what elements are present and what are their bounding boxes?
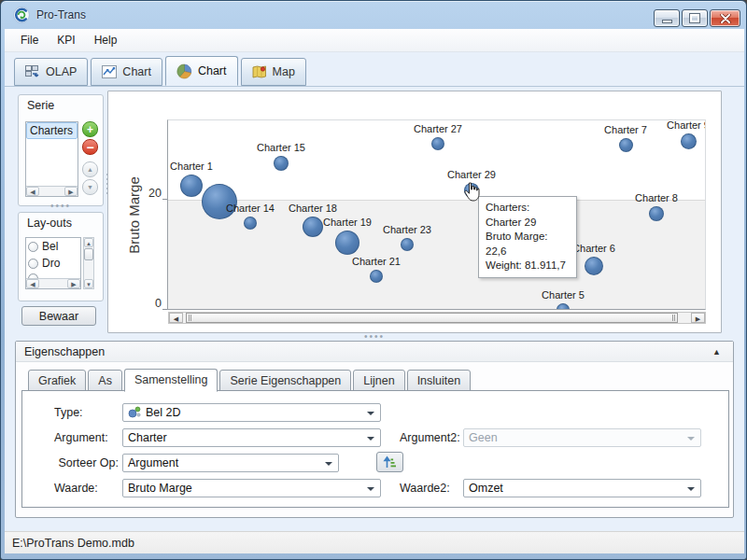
line-chart-icon [102, 65, 117, 78]
scroll-up-icon[interactable]: ▲ [84, 238, 93, 247]
menu-kpi[interactable]: KPI [48, 30, 84, 50]
bubble-charter-23[interactable] [401, 238, 414, 251]
scroll-down-icon[interactable]: ▼ [84, 279, 93, 288]
radio-icon[interactable] [28, 242, 38, 252]
chevron-down-icon [367, 487, 374, 491]
bubble-charter-15[interactable] [274, 156, 289, 171]
radio-icon[interactable] [28, 259, 38, 269]
plot-area[interactable]: Charter 1Charter 14Charter 15Charter 18C… [167, 119, 706, 310]
argument-label: Argument: [54, 431, 122, 444]
menu-file[interactable]: File [11, 30, 48, 50]
scroll-left-icon[interactable]: ◀ [26, 187, 39, 196]
sort-order-button[interactable] [376, 452, 403, 472]
scroll-left-icon[interactable]: ◀ [26, 279, 39, 288]
y-axis-tick: 20 [139, 187, 162, 200]
scroll-right-icon[interactable]: ▶ [64, 187, 78, 196]
tab-samenstelling[interactable]: Samenstelling [124, 369, 218, 392]
type-label: Type: [54, 406, 122, 419]
layouts-list-hscrollbar[interactable]: ◀ ▶ [26, 278, 80, 288]
close-button[interactable] [710, 9, 740, 27]
tab-map[interactable]: Map [241, 58, 306, 86]
collapse-icon[interactable]: ▲ [709, 347, 725, 357]
tab-serie-eigenschappen[interactable]: Serie Eigenschappen [219, 370, 351, 391]
layouts-list[interactable]: Bel Dro ◀ ▶ [25, 237, 81, 289]
content-area: OLAP Chart Chart [5, 52, 744, 531]
bubble-charter-18[interactable] [303, 217, 323, 237]
scroll-thumb[interactable] [84, 248, 93, 260]
minimize-button[interactable] [654, 9, 680, 27]
app-logo-icon [13, 7, 30, 23]
tab-chart-line[interactable]: Chart [91, 58, 162, 86]
bubble-label: Charter 9 [667, 119, 706, 131]
type-select[interactable]: Bel 2D [122, 403, 381, 422]
pivot-grid-icon [25, 65, 40, 79]
bubble-label: Charter 5 [542, 289, 585, 301]
bubble-label: Charter 29 [447, 169, 496, 180]
value2-select[interactable]: Omzet [463, 479, 701, 497]
argument2-value: Geen [469, 431, 498, 444]
bubble-charter-7[interactable] [619, 138, 633, 152]
tab-lijnen[interactable]: Lijnen [353, 370, 404, 391]
tab-chart-pie[interactable]: Chart [165, 56, 238, 86]
bubble-charter-1[interactable] [180, 175, 203, 197]
scroll-thumb[interactable] [186, 313, 678, 323]
chart-hscrollbar[interactable]: ◀ ▶ [168, 312, 706, 324]
maximize-button[interactable] [682, 9, 708, 27]
bubble-label: Charter 19 [323, 217, 372, 228]
layouts-list-vscrollbar[interactable]: ▲ ▼ [83, 237, 94, 289]
tooltip-line: Bruto Marge: 22,6 [486, 230, 570, 259]
chevron-down-icon [367, 412, 374, 415]
scroll-right-icon[interactable]: ▶ [691, 313, 705, 323]
sort-by-select[interactable]: Argument [122, 454, 339, 472]
hand-cursor-icon [463, 182, 481, 202]
tab-olap[interactable]: OLAP [14, 58, 88, 86]
scroll-left-icon[interactable]: ◀ [169, 313, 183, 323]
tab-label: Map [273, 65, 295, 78]
add-serie-button[interactable]: + [82, 121, 98, 137]
move-down-button[interactable]: ▼ [82, 179, 98, 195]
sort-ascending-icon [383, 455, 397, 469]
map-icon [252, 65, 267, 79]
layout-option[interactable]: Dro [26, 255, 80, 272]
properties-header: Eigenschappen ▲ [16, 342, 733, 362]
y-axis-tick: 0 [139, 297, 162, 310]
argument-select[interactable]: Charter [122, 428, 381, 447]
bubble-label: Charter 15 [257, 142, 305, 153]
value2-value: Omzet [469, 482, 503, 495]
serie-list-hscrollbar[interactable]: ◀ ▶ [26, 186, 78, 196]
horizontal-splitter[interactable]: •••• [364, 334, 385, 340]
tab-label: Chart [198, 64, 227, 77]
bubble-charter-8[interactable] [649, 206, 664, 221]
main-tabstrip: OLAP Chart Chart [14, 56, 309, 86]
bubble-label: Charter 6 [572, 243, 615, 254]
serie-list[interactable]: Charters ◀ ▶ [25, 121, 78, 197]
move-up-button[interactable]: ▲ [82, 161, 98, 177]
remove-serie-button[interactable]: − [82, 139, 98, 155]
sidebar-splitter[interactable]: •••• [40, 203, 81, 209]
scroll-right-icon[interactable]: ▶ [67, 279, 80, 288]
save-layout-button[interactable]: Bewaar [21, 306, 96, 326]
bubble-charter-27[interactable] [431, 137, 444, 150]
layout-option-label: Bel [42, 240, 58, 253]
bubble-charter-14[interactable] [244, 217, 257, 230]
scroll-track[interactable] [183, 313, 691, 323]
tab-grafiek[interactable]: Grafiek [28, 370, 86, 391]
chevron-down-icon [687, 437, 695, 441]
bubble-label: Charter 18 [289, 203, 337, 214]
menu-help[interactable]: Help [85, 30, 127, 50]
app-window: Pro-Trans File KPI Help OL [0, 0, 747, 560]
serie-list-item[interactable]: Charters [26, 122, 78, 139]
bubble-charter-9[interactable] [681, 133, 697, 149]
bubble-charter-19[interactable] [335, 231, 359, 255]
tooltip-line: Charter 29 [486, 216, 570, 231]
bubble-label: Charter 27 [414, 123, 462, 134]
tabstrip-divider [5, 86, 744, 87]
bubble-charter-6[interactable] [585, 257, 603, 275]
tab-as[interactable]: As [88, 370, 122, 391]
tab-insluiten[interactable]: Insluiten [407, 370, 472, 391]
properties-form: Type: Bel 2D Argument: Charter [21, 390, 729, 508]
tab-label: Chart [122, 65, 151, 78]
serie-panel: Serie Charters ◀ ▶ + − ▲ ▼ [18, 94, 104, 206]
layout-option[interactable]: Bel [26, 238, 80, 255]
value-select[interactable]: Bruto Marge [122, 479, 381, 497]
